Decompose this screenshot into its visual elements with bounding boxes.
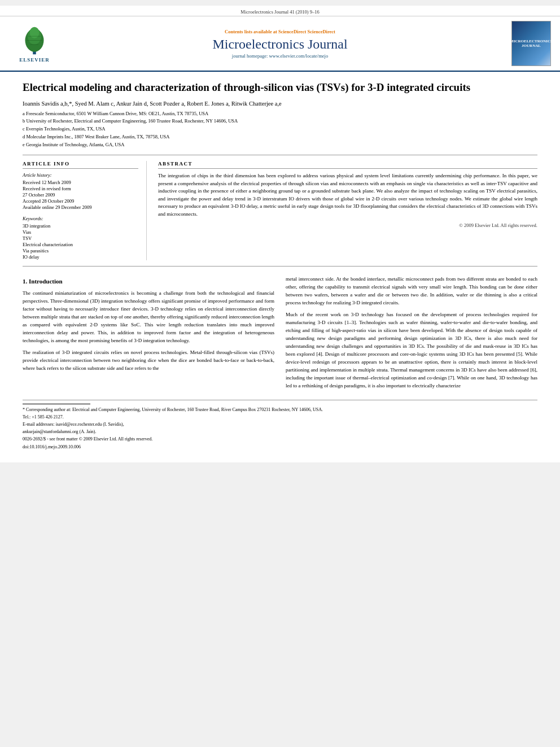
intro-col1-para1: The continued miniaturization of microel… (23, 290, 274, 345)
abstract-label: ABSTRACT (158, 161, 537, 169)
article-info-column: ARTICLE INFO Article history: Received 1… (23, 161, 147, 260)
intro-col1-para2: The realization of 3-D integrated circui… (23, 349, 274, 373)
header-band: ELSEVIER Contents lists available at Sci… (0, 16, 560, 72)
svg-point-3 (30, 27, 40, 38)
body-col-right: metal interconnect side. At the bonded i… (286, 276, 537, 394)
affiliation-e: e Georgia Institute of Technology, Atlan… (23, 141, 537, 148)
article-history: Article history: Received 12 March 2009 … (23, 172, 138, 210)
affiliation-c: c Everspin Technologies, Austin, TX, USA (23, 125, 537, 133)
keywords-label: Keywords: (23, 216, 138, 221)
journal-citation: Microelectronics Journal 41 (2010) 9–16 (240, 9, 319, 15)
abstract-column: ABSTRACT The integration of chips in the… (158, 161, 537, 260)
sciencedirect-info: Contents lists available at ScienceDirec… (65, 29, 495, 34)
introduction-section: 1. Introduction The continued miniaturiz… (23, 276, 537, 394)
keyword-5: Via parasitics (23, 248, 138, 254)
affiliation-a: a Freescale Semiconductor, 6501 W Willia… (23, 110, 537, 117)
received-revised-label: Received in revised form (23, 186, 138, 191)
authors-line: Ioannis Savidis a,b,*, Syed M. Alam c, A… (23, 101, 537, 107)
keyword-1: 3D integration (23, 223, 138, 229)
elsevier-logo-area: ELSEVIER (9, 25, 60, 63)
copyright-footer: 0026-2692/$ - see front matter © 2009 El… (23, 436, 537, 442)
doi: doi:10.1016/j.mejo.2009.10.006 (23, 444, 537, 450)
journal-top-bar: Microelectronics Journal 41 (2010) 9–16 (0, 6, 560, 16)
history-title: Article history: (23, 172, 138, 178)
journal-title: Microelectronics Journal (65, 37, 495, 52)
keyword-4: Electrical characterization (23, 242, 138, 247)
homepage-url[interactable]: www.elsevier.com/locate/mejo (269, 53, 328, 59)
footnotes: * Corresponding author at: Electrical an… (23, 400, 537, 450)
affiliation-d: d Molecular Imprints Inc., 1807 West Bra… (23, 133, 537, 141)
available-online: Available online 29 December 2009 (23, 204, 138, 210)
affiliations: a Freescale Semiconductor, 6501 W Willia… (23, 110, 537, 148)
affiliation-b: b University of Rochester, Electrical an… (23, 117, 537, 125)
keyword-2: Vias (23, 229, 138, 235)
copyright-notice: © 2009 Elsevier Ltd. All rights reserved… (158, 222, 537, 228)
revised-date: 27 October 2009 (23, 192, 138, 198)
main-content: Electrical modeling and characterization… (0, 72, 560, 462)
intro-heading: 1. Introduction (23, 277, 274, 286)
intro-col2-para1: metal interconnect side. At the bonded i… (286, 276, 537, 307)
received-date: Received 12 March 2009 (23, 180, 138, 185)
body-col-left: 1. Introduction The continued miniaturiz… (23, 276, 274, 394)
journal-cover-image: MICROELECTRONICS JOURNAL (511, 21, 551, 66)
footnote-divider (23, 404, 90, 404)
journal-cover-area: MICROELECTRONICS JOURNAL (500, 21, 551, 66)
corresponding-author: * Corresponding author at: Electrical an… (23, 407, 537, 413)
keywords-section: Keywords: 3D integration Vias TSV Electr… (23, 216, 138, 260)
email-line2: ankurjain@stanfordalumni.org (A. Jain). (23, 429, 537, 435)
tel: Tel.: +1 585 426 2127. (23, 414, 537, 420)
accepted-date: Accepted 28 October 2009 (23, 198, 138, 204)
article-info-abstract: ARTICLE INFO Article history: Received 1… (23, 155, 537, 267)
homepage-label: journal homepage: (232, 53, 268, 59)
abstract-text: The integration of chips in the third di… (158, 172, 537, 218)
header-center: Contents lists available at ScienceDirec… (65, 29, 495, 59)
authors-text: Ioannis Savidis a,b,*, Syed M. Alam c, A… (23, 101, 282, 107)
elsevier-logo: ELSEVIER (9, 25, 60, 63)
email-line1: E-mail addresses: isavid@ece.rochester.e… (23, 421, 537, 427)
keyword-3: TSV (23, 235, 138, 241)
intro-col2-para2: Much of the recent work on 3-D technolog… (286, 311, 537, 390)
elsevier-label: ELSEVIER (19, 57, 50, 63)
cover-title-text: MICROELECTRONICS JOURNAL (510, 39, 553, 48)
sciencedirect-text: Contents lists available at ScienceDirec… (225, 29, 306, 34)
page: Microelectronics Journal 41 (2010) 9–16 … (0, 6, 560, 462)
elsevier-tree-icon (18, 25, 51, 56)
sciencedirect-name[interactable]: ScienceDirect (308, 29, 335, 34)
keyword-6: IO delay (23, 254, 138, 260)
article-info-label: ARTICLE INFO (23, 161, 138, 169)
journal-homepage: journal homepage: www.elsevier.com/locat… (65, 53, 495, 59)
paper-title: Electrical modeling and characterization… (23, 81, 537, 95)
